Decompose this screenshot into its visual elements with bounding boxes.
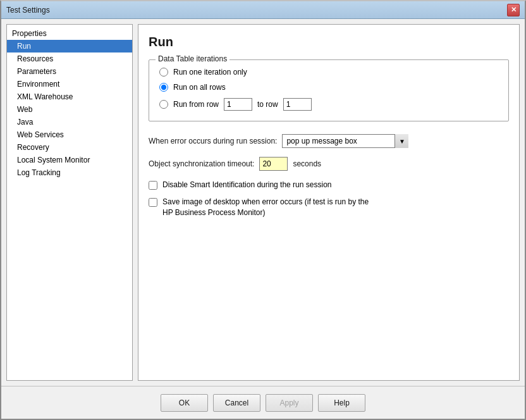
title-bar: Test Settings ✕ [1, 1, 525, 19]
disable-smart-id-checkbox[interactable] [149, 181, 157, 190]
radio-row-all-rows: Run on all rows [159, 83, 498, 92]
save-image-label: Save image of desktop when error occurs … [162, 197, 369, 218]
from-row-input[interactable] [224, 98, 252, 111]
radio-all-rows-label: Run on all rows [173, 83, 226, 92]
cancel-button[interactable]: Cancel [213, 394, 260, 412]
sidebar: PropertiesRunResourcesParametersEnvironm… [6, 24, 133, 381]
bottom-bar: OK Cancel Apply Help [1, 386, 525, 419]
sidebar-item-environment[interactable]: Environment [7, 78, 132, 90]
error-dropdown-wrapper: pop up message boxstop runcontinue ▼ [282, 134, 408, 148]
disable-smart-id-label: Disable Smart Identification during the … [162, 180, 331, 190]
timeout-input[interactable] [259, 157, 288, 171]
main-panel: Run Data Table iterations Run one iterat… [138, 24, 520, 381]
panel-title: Run [149, 35, 509, 49]
save-image-checkbox[interactable] [149, 198, 157, 207]
test-settings-dialog: Test Settings ✕ PropertiesRunResourcesPa… [0, 0, 526, 420]
sidebar-item-parameters[interactable]: Parameters [7, 65, 132, 78]
checkbox-disable-smart-id: Disable Smart Identification during the … [149, 180, 509, 190]
radio-row-one-iteration: Run one iteration only [159, 68, 498, 77]
sidebar-item-java[interactable]: Java [7, 116, 132, 128]
group-legend: Data Table iterations [156, 54, 229, 63]
apply-button[interactable]: Apply [266, 394, 313, 412]
help-button[interactable]: Help [318, 394, 365, 412]
to-row-input[interactable] [283, 98, 312, 111]
sidebar-item-properties[interactable]: Properties [7, 27, 132, 40]
data-table-iterations-group: Data Table iterations Run one iteration … [149, 59, 509, 121]
checkbox-save-image: Save image of desktop when error occurs … [149, 197, 509, 218]
close-button[interactable]: ✕ [507, 4, 520, 16]
sidebar-item-run[interactable]: Run [7, 40, 132, 52]
sidebar-item-resources[interactable]: Resources [7, 52, 132, 65]
sidebar-item-local-system-monitor[interactable]: Local System Monitor [7, 154, 132, 166]
error-label: When error occurs during run session: [149, 137, 277, 145]
sidebar-item-log-tracking[interactable]: Log Tracking [7, 166, 132, 179]
radio-one-iteration[interactable] [159, 68, 168, 77]
error-row: When error occurs during run session: po… [149, 134, 509, 148]
content-area: PropertiesRunResourcesParametersEnvironm… [1, 19, 525, 386]
error-dropdown[interactable]: pop up message boxstop runcontinue [282, 134, 408, 148]
sidebar-item-web-services[interactable]: Web Services [7, 128, 132, 141]
radio-one-iteration-label: Run one iteration only [173, 68, 247, 77]
sidebar-item-web[interactable]: Web [7, 103, 132, 116]
radio-from-row[interactable] [159, 100, 168, 109]
sidebar-item-xml-warehouse[interactable]: XML Warehouse [7, 90, 132, 103]
ok-button[interactable]: OK [161, 394, 208, 412]
timeout-label: Object synchronization timeout: [149, 159, 254, 168]
radio-all-rows[interactable] [159, 83, 168, 92]
radio-from-row-label: Run from row [173, 100, 219, 109]
radio-row-from-row: Run from row to row [159, 98, 498, 111]
to-row-label: to row [257, 100, 278, 109]
dialog-title: Test Settings [6, 6, 50, 15]
timeout-suffix: seconds [293, 159, 321, 168]
timeout-row: Object synchronization timeout: seconds [149, 157, 509, 171]
sidebar-item-recovery[interactable]: Recovery [7, 141, 132, 154]
